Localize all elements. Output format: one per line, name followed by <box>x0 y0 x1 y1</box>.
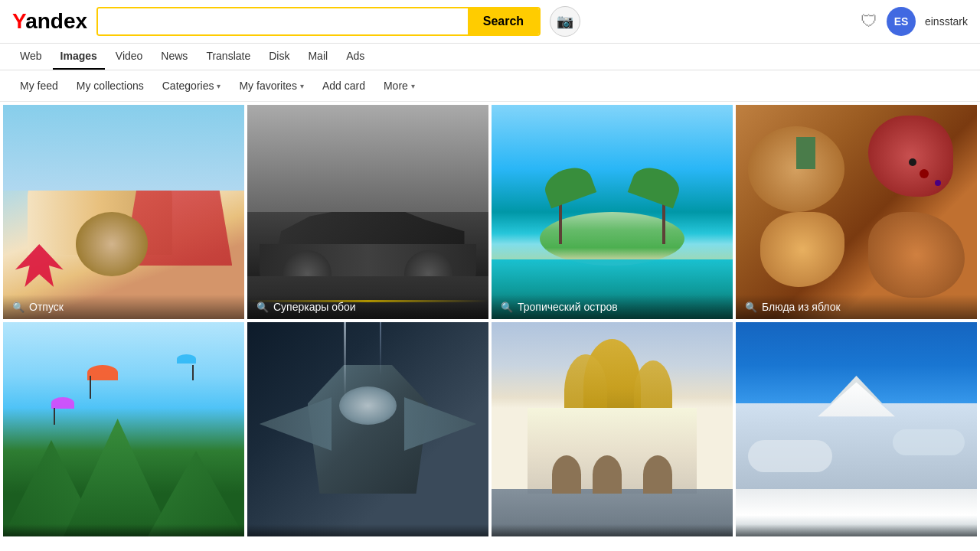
image-label-stpete <box>492 524 733 536</box>
image-grid: 🔍 Отпуск 🔍 Суперкары обои <box>0 102 980 540</box>
header: Yandex Search 📷 🛡 ES einsstark <box>0 0 980 44</box>
image-card-stpete[interactable] <box>492 322 733 536</box>
image-card-supercar[interactable]: 🔍 Суперкары обои <box>247 105 488 319</box>
avatar[interactable]: ES <box>887 7 916 36</box>
tab-images[interactable]: Images <box>53 44 105 70</box>
tab-translate[interactable]: Translate <box>198 44 258 70</box>
tab-mail[interactable]: Mail <box>300 44 335 70</box>
image-card-spacecraft[interactable] <box>247 322 488 536</box>
tab-disk[interactable]: Disk <box>261 44 297 70</box>
subnav-mycollections[interactable]: My collections <box>69 77 152 95</box>
image-card-tropical[interactable]: 🔍 Тропический остров <box>492 105 733 319</box>
image-label-snowmountain <box>736 524 977 536</box>
subnav-myfeed[interactable]: My feed <box>12 77 66 95</box>
search-icon: 🔍 <box>12 302 24 313</box>
image-label-tropical: 🔍 Тропический остров <box>492 295 733 319</box>
image-label-applefood: 🔍 Блюда из яблок <box>736 295 977 319</box>
image-card-paragliding[interactable] <box>3 322 244 536</box>
header-right: 🛡 ES einsstark <box>861 7 968 36</box>
search-icon: 🔍 <box>256 302 269 313</box>
tab-web[interactable]: Web <box>12 44 50 70</box>
image-card-applefood[interactable]: 🔍 Блюда из яблок <box>736 105 977 319</box>
tab-video[interactable]: Video <box>108 44 151 70</box>
subnav-myfavorites[interactable]: My favorites ▾ <box>231 77 311 95</box>
image-label-vacation: 🔍 Отпуск <box>3 295 244 319</box>
logo-andex: andex <box>25 9 87 33</box>
logo-y: Y <box>12 9 25 33</box>
image-label-supercar: 🔍 Суперкары обои <box>247 295 488 319</box>
sub-nav: My feed My collections Categories ▾ My f… <box>0 70 980 102</box>
subnav-more[interactable]: More ▾ <box>376 77 423 95</box>
image-card-snowmountain[interactable] <box>736 322 977 536</box>
tab-news[interactable]: News <box>153 44 195 70</box>
search-input[interactable] <box>98 8 468 34</box>
camera-icon: 📷 <box>557 13 573 30</box>
chevron-down-icon: ▾ <box>411 82 415 90</box>
search-icon: 🔍 <box>745 302 757 313</box>
username[interactable]: einsstark <box>925 15 968 28</box>
subnav-categories[interactable]: Categories ▾ <box>155 77 229 95</box>
search-button[interactable]: Search <box>468 8 539 34</box>
search-icon: 🔍 <box>501 302 513 313</box>
shield-icon[interactable]: 🛡 <box>861 11 877 31</box>
yandex-logo[interactable]: Yandex <box>12 9 87 34</box>
tab-ads[interactable]: Ads <box>338 44 372 70</box>
subnav-addcard[interactable]: Add card <box>315 77 373 95</box>
image-label-paragliding <box>3 524 244 536</box>
chevron-down-icon: ▾ <box>300 82 304 90</box>
chevron-down-icon: ▾ <box>217 82 220 90</box>
search-form: Search <box>96 7 541 36</box>
image-label-spacecraft <box>247 524 488 536</box>
image-card-vacation[interactable]: 🔍 Отпуск <box>3 105 244 319</box>
nav-tabs: Web Images Video News Translate Disk Mai… <box>0 44 980 70</box>
camera-search-button[interactable]: 📷 <box>550 6 580 37</box>
